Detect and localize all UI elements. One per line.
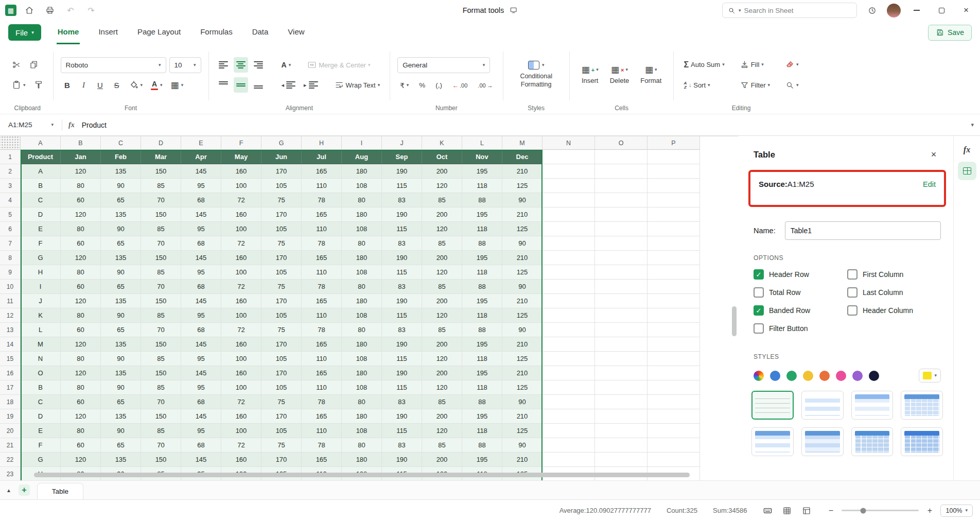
cell-G13[interactable]: 75 [261,323,302,337]
cell-L13[interactable]: 88 [462,323,502,337]
cell-C15[interactable]: 90 [101,352,141,366]
cell-K11[interactable]: 200 [422,294,462,308]
fill-color-button[interactable]: ▾ [127,78,146,93]
cell-E11[interactable]: 145 [181,294,221,308]
cell-E18[interactable]: 68 [181,395,221,409]
cell-J22[interactable]: 190 [382,453,422,467]
cell-G14[interactable]: 170 [261,337,302,352]
cell-J15[interactable]: 115 [382,352,422,366]
cell-K21[interactable]: 85 [422,438,462,453]
cell-K9[interactable]: 120 [422,265,462,280]
cell-F1[interactable]: May [221,150,261,164]
wrap-text-button[interactable]: Wrap Text▾ [332,77,383,93]
cell-C9[interactable]: 90 [101,265,141,280]
cell-I6[interactable]: 108 [342,222,382,236]
column-header-L[interactable]: L [462,136,502,150]
cell-H14[interactable]: 165 [302,337,342,352]
cell-B11[interactable]: 120 [61,294,101,308]
cell-E19[interactable]: 145 [181,409,221,424]
cell-I10[interactable]: 80 [342,280,382,294]
cell-K16[interactable]: 200 [422,366,462,380]
cell-K20[interactable]: 120 [422,424,462,438]
cell-E1[interactable]: Apr [181,150,221,164]
cell-M10[interactable]: 90 [502,280,542,294]
cell-A22[interactable]: G [21,453,61,467]
table-style-2[interactable] [801,391,844,420]
zoom-slider-thumb[interactable] [861,508,866,513]
cell-D15[interactable]: 85 [141,352,181,366]
zoom-level-select[interactable]: 100% ▾ [940,505,973,517]
cell-B12[interactable]: 80 [61,308,101,323]
cell-P19[interactable] [647,409,700,424]
cell-C6[interactable]: 90 [101,222,141,236]
cell-P8[interactable] [647,251,700,265]
cell-B7[interactable]: 60 [61,236,101,251]
cell-A11[interactable]: J [21,294,61,308]
cell-G20[interactable]: 105 [261,424,302,438]
row-header-13[interactable]: 13 [0,323,21,337]
cell-B6[interactable]: 80 [61,222,101,236]
row-header-7[interactable]: 7 [0,236,21,251]
cell-C21[interactable]: 65 [101,438,141,453]
cell-F22[interactable]: 160 [221,453,261,467]
cell-N21[interactable] [542,438,595,453]
cell-L15[interactable]: 118 [462,352,502,366]
cell-A5[interactable]: D [21,207,61,222]
cell-L17[interactable]: 118 [462,380,502,395]
cell-N1[interactable] [542,150,595,164]
cell-D8[interactable]: 150 [141,251,181,265]
cell-E17[interactable]: 95 [181,380,221,395]
cell-J10[interactable]: 83 [382,280,422,294]
cell-M3[interactable]: 125 [502,179,542,193]
save-button[interactable]: Save [928,25,972,41]
cell-I3[interactable]: 108 [342,179,382,193]
cell-F13[interactable]: 72 [221,323,261,337]
cell-O10[interactable] [595,280,647,294]
table-style-5[interactable] [751,427,794,456]
cell-M6[interactable]: 125 [502,222,542,236]
cell-H3[interactable]: 110 [302,179,342,193]
file-button[interactable]: File ▾ [8,24,41,41]
cell-C4[interactable]: 65 [101,193,141,207]
cell-K6[interactable]: 120 [422,222,462,236]
cell-O13[interactable] [595,323,647,337]
cell-E6[interactable]: 95 [181,222,221,236]
zoom-slider[interactable] [842,510,919,511]
cell-P2[interactable] [647,164,700,179]
cell-P14[interactable] [647,337,700,352]
cell-C19[interactable]: 135 [101,409,141,424]
cell-M14[interactable]: 210 [502,337,542,352]
cell-N20[interactable] [542,424,595,438]
cell-E5[interactable]: 145 [181,207,221,222]
cell-H15[interactable]: 110 [302,352,342,366]
cell-O14[interactable] [595,337,647,352]
cell-L16[interactable]: 195 [462,366,502,380]
cell-C2[interactable]: 135 [101,164,141,179]
row-header-20[interactable]: 20 [0,424,21,438]
cell-P5[interactable] [647,207,700,222]
cell-C14[interactable]: 135 [101,337,141,352]
column-header-G[interactable]: G [261,136,302,150]
cell-K15[interactable]: 120 [422,352,462,366]
minimize-button[interactable] [908,3,925,18]
sheet-list-button[interactable]: ▲ [6,488,11,493]
cell-E2[interactable]: 145 [181,164,221,179]
cell-E4[interactable]: 68 [181,193,221,207]
cell-P9[interactable] [647,265,700,280]
column-header-C[interactable]: C [101,136,141,150]
vertical-scrollbar[interactable] [732,306,737,336]
cell-E8[interactable]: 145 [181,251,221,265]
history-button[interactable] [864,3,880,18]
cell-P21[interactable] [647,438,700,453]
cell-F9[interactable]: 100 [221,265,261,280]
cell-L3[interactable]: 118 [462,179,502,193]
cell-H8[interactable]: 165 [302,251,342,265]
row-header-22[interactable]: 22 [0,453,21,467]
cell-O11[interactable] [595,294,647,308]
increase-decimal-button[interactable]: .00→ [475,78,495,93]
add-sheet-button[interactable]: + [19,484,30,496]
cell-D19[interactable]: 150 [141,409,181,424]
cell-A6[interactable]: E [21,222,61,236]
cell-O5[interactable] [595,207,647,222]
cell-H5[interactable]: 165 [302,207,342,222]
